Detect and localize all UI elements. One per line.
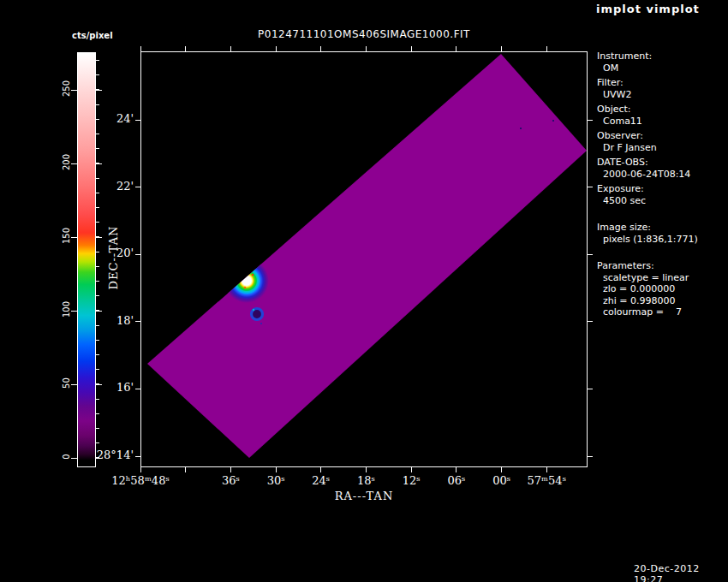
observer-value: Dr F Jansen (597, 142, 727, 154)
y-tick (135, 456, 140, 457)
exposure-label: Exposure: (597, 183, 727, 195)
object-value: Coma11 (597, 116, 727, 128)
exposure-value: 4500 sec (597, 195, 727, 207)
colorbar-tick-label: 0 (62, 444, 71, 470)
colorbar-tick (96, 458, 102, 459)
x-tick (320, 46, 321, 51)
x-tick (501, 467, 502, 472)
colorbar-tick (71, 163, 77, 164)
y-tick (588, 187, 593, 187)
x-tick (230, 46, 231, 51)
colorbar-tick-label: 100 (62, 297, 71, 323)
x-tick (140, 46, 141, 51)
y-tick-label: 22' (48, 180, 134, 193)
colorbar-tick (71, 458, 77, 459)
x-tick (411, 46, 412, 51)
x-tick-label: 57ᵐ54ˢ (486, 474, 606, 487)
date-obs-value: 2000-06-24T08:14 (597, 169, 727, 181)
source-speckle (252, 274, 254, 276)
colorbar-tick-label: 150 (62, 223, 71, 249)
filter-label: Filter: (597, 77, 727, 89)
x-tick (140, 467, 141, 472)
source-speckle (240, 276, 242, 278)
x-tick (501, 46, 502, 51)
colorbar-tick (96, 237, 102, 238)
y-tick (588, 456, 593, 457)
object-label: Object: (597, 104, 727, 116)
colorbar-tick (96, 311, 102, 312)
x-tick (276, 46, 277, 51)
info-panel: Instrument: OM Filter: UVW2 Object: Coma… (597, 47, 727, 318)
colorbar-tick-label: 50 (62, 371, 71, 396)
y-tick (588, 389, 593, 389)
colorbar-tick (71, 311, 77, 312)
param-scaletype: scaletype = linear (597, 272, 727, 284)
x-tick (411, 467, 412, 472)
x-axis-title: RA---TAN (313, 490, 415, 502)
instrument-label: Instrument: (597, 50, 727, 62)
plot-area[interactable] (140, 51, 588, 467)
y-axis-title: DEC--TAN (107, 206, 121, 309)
implot-window: implot vimplot P0124711101OMS406SIMAGE10… (0, 0, 728, 582)
colorbar-tick (71, 90, 77, 91)
x-tick (546, 467, 547, 472)
y-tick (588, 254, 593, 255)
timestamp: 20-Dec-2012 19:27 (634, 563, 728, 582)
param-zhi: zhi = 0.998000 (597, 295, 727, 307)
x-tick (456, 46, 456, 51)
observer-label: Observer: (597, 130, 727, 142)
param-colourmap: colourmap = 7 (597, 306, 727, 318)
colorbar-tick-label: 250 (62, 76, 71, 102)
y-tick (588, 120, 593, 121)
x-tick (185, 467, 186, 472)
param-zlo: zlo = 0.000000 (597, 283, 727, 295)
y-tick (588, 321, 593, 322)
y-tick (135, 389, 140, 389)
noise-dot (520, 128, 522, 129)
parameters-label: Parameters: (597, 260, 727, 272)
colorbar-tick (71, 237, 77, 238)
colorbar-tick (96, 90, 102, 91)
y-tick (135, 120, 140, 121)
colorbar-tick (71, 384, 77, 385)
image-footprint-band (147, 54, 587, 458)
plot-title: P0124711101OMS406SIMAGE1000.FIT (140, 28, 588, 40)
colorbar-unit-label: cts/pixel (72, 31, 113, 40)
colorbar-tick (96, 163, 102, 164)
x-tick (366, 467, 367, 472)
filter-value: UVW2 (597, 89, 727, 101)
colorbar-tick-label: 200 (62, 150, 71, 175)
y-tick (135, 321, 140, 322)
ring-artifact-highlight (253, 309, 254, 311)
bright-source-halo (224, 258, 269, 303)
x-tick (456, 467, 456, 472)
colorbar-tick (96, 384, 102, 385)
x-tick (276, 467, 277, 472)
sky-image (141, 52, 587, 466)
y-tick (135, 254, 140, 255)
image-size-label: Image size: (597, 222, 727, 234)
y-tick (135, 187, 140, 187)
source-speckle (244, 287, 246, 288)
instrument-value: OM (597, 62, 727, 74)
x-tick (320, 467, 321, 472)
date-obs-label: DATE-OBS: (597, 157, 727, 169)
y-tick-label: 24' (48, 112, 134, 125)
x-tick (546, 46, 547, 51)
noise-dot (260, 323, 262, 324)
app-title: implot vimplot (596, 3, 700, 15)
x-tick (230, 467, 231, 472)
noise-dot (552, 120, 554, 122)
x-tick (366, 46, 367, 51)
image-size-value: pixels (1:836,1:771) (597, 234, 727, 246)
x-tick (185, 46, 186, 51)
